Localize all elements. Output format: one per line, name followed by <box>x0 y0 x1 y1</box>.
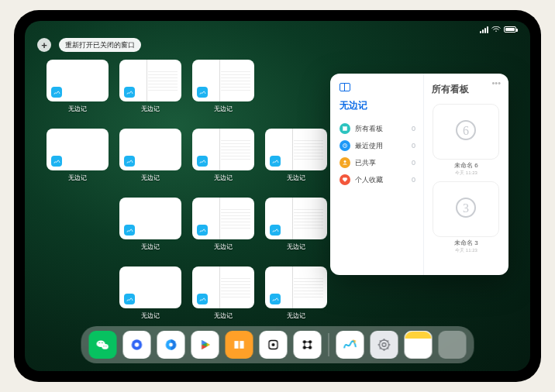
teal-icon <box>340 123 350 134</box>
window-thumbnail[interactable]: 无边记 <box>119 60 181 113</box>
dock-app-folder[interactable] <box>439 331 467 359</box>
signal-icon <box>480 26 488 33</box>
sidebar-item-count: 0 <box>412 176 415 184</box>
dock-app-roll[interactable] <box>260 331 288 359</box>
restore-closed-window-button[interactable]: 重新打开已关闭的窗口 <box>59 38 141 52</box>
freeform-app-icon <box>197 294 208 304</box>
window-thumbnail[interactable]: 无边记 <box>265 129 327 182</box>
window-thumbnail-label: 无边记 <box>214 242 233 251</box>
board-time: 今天 11:23 <box>432 170 501 177</box>
svg-point-2 <box>344 160 346 163</box>
popover-right-title: 所有看板 <box>432 83 501 96</box>
freeform-app-icon <box>197 225 208 236</box>
popover-handle-icon[interactable]: ••• <box>491 78 501 88</box>
window-thumbnail-label: 无边记 <box>214 174 233 182</box>
dock-separator <box>329 333 329 356</box>
svg-point-16 <box>169 343 173 347</box>
freeform-app-icon <box>270 294 281 304</box>
ipad-frame: + 重新打开已关闭的窗口 无边记 无边记 无边记 <box>14 10 541 382</box>
freeform-app-icon <box>124 87 135 98</box>
window-thumbnail[interactable]: 无边记 <box>265 198 327 251</box>
window-thumbnail[interactable]: 无边记 <box>47 129 109 182</box>
window-thumbnail[interactable]: 无边记 <box>119 129 181 182</box>
red-icon <box>340 174 350 185</box>
window-thumbnail[interactable]: 无边记 <box>265 266 327 320</box>
board-time: 今天 11:23 <box>432 247 501 254</box>
window-thumbnail[interactable]: 无边记 <box>192 198 254 251</box>
freeform-app-icon <box>197 156 208 167</box>
battery-icon <box>504 26 516 33</box>
blue-icon <box>340 140 350 151</box>
window-thumbnail-label: 无边记 <box>287 311 305 320</box>
svg-text:3: 3 <box>463 201 469 215</box>
window-thumbnail-label: 无边记 <box>287 242 305 251</box>
board-card[interactable]: 6 未命名 6 今天 11:23 <box>432 104 501 177</box>
dock <box>81 326 474 363</box>
window-thumbnail[interactable]: 无边记 <box>119 266 181 320</box>
svg-point-9 <box>98 342 100 344</box>
window-thumbnail[interactable]: 无边记 <box>192 60 254 113</box>
window-thumbnail-label: 无边记 <box>68 105 87 113</box>
window-thumbnail-label: 无边记 <box>287 174 305 182</box>
sidebar-icon <box>340 83 350 91</box>
sidebar-item-label: 已共享 <box>355 158 412 168</box>
window-grid: 无边记 无边记 无边记 无边记 <box>47 60 326 320</box>
svg-marker-20 <box>207 343 210 347</box>
dock-app-browser1[interactable] <box>123 331 151 359</box>
sidebar-item-red[interactable]: 个人收藏 0 <box>340 171 415 188</box>
svg-text:6: 6 <box>463 124 469 137</box>
freeform-app-icon <box>197 87 208 98</box>
screen: + 重新打开已关闭的窗口 无边记 无边记 无边记 <box>25 21 530 371</box>
freeform-app-icon <box>270 156 281 167</box>
status-right <box>480 26 516 33</box>
board-sketch-icon: 6 <box>450 116 481 147</box>
sidebar-item-count: 0 <box>412 142 415 150</box>
dock-app-freeform[interactable] <box>336 331 364 359</box>
freeform-app-icon <box>124 294 135 304</box>
dock-app-settings[interactable] <box>371 331 398 359</box>
board-card[interactable]: 3 未命名 3 今天 11:23 <box>432 181 501 254</box>
svg-point-14 <box>135 342 140 347</box>
status-bar <box>34 24 521 35</box>
sidebar-item-label: 所有看板 <box>355 124 412 134</box>
sidebar-item-label: 个人收藏 <box>355 175 412 185</box>
board-sketch-icon: 3 <box>450 194 481 225</box>
wifi-icon <box>491 26 501 33</box>
window-thumbnail-label: 无边记 <box>141 174 160 182</box>
window-thumbnail-label: 无边记 <box>141 311 160 320</box>
svg-rect-0 <box>343 127 347 131</box>
svg-point-28 <box>382 343 386 347</box>
svg-point-10 <box>102 342 103 344</box>
svg-point-12 <box>105 346 106 346</box>
sidebar-item-blue[interactable]: 最近使用 0 <box>340 137 415 154</box>
window-thumbnail-label: 无边记 <box>68 174 87 182</box>
dock-app-dots[interactable] <box>294 331 322 359</box>
board-name: 未命名 3 <box>432 239 501 247</box>
dock-app-notes[interactable] <box>405 331 433 359</box>
sidebar-item-amber[interactable]: 已共享 0 <box>340 154 415 171</box>
window-thumbnail[interactable]: 无边记 <box>192 129 254 182</box>
sidebar-item-teal[interactable]: 所有看板 0 <box>340 120 415 137</box>
amber-icon <box>340 157 350 168</box>
board-name: 未命名 6 <box>432 161 501 170</box>
window-thumbnail-label: 无边记 <box>214 311 233 320</box>
window-thumbnail[interactable]: 无边记 <box>47 60 109 113</box>
new-window-button[interactable]: + <box>37 38 51 52</box>
dock-app-books[interactable] <box>226 331 253 359</box>
freeform-app-icon <box>51 87 62 98</box>
freeform-app-icon <box>270 225 281 236</box>
dock-app-browser2[interactable] <box>157 331 185 359</box>
freeform-app-icon <box>124 156 135 167</box>
svg-point-22 <box>272 343 275 346</box>
freeform-app-icon <box>51 156 62 167</box>
sidebar-item-count: 0 <box>412 125 415 132</box>
dock-app-play[interactable] <box>191 331 219 359</box>
sidebar-item-label: 最近使用 <box>355 141 412 151</box>
dock-app-wechat[interactable] <box>89 331 117 359</box>
sidebar-item-count: 0 <box>412 159 415 167</box>
window-thumbnail-label: 无边记 <box>141 105 160 113</box>
window-thumbnail[interactable]: 无边记 <box>119 198 181 251</box>
window-thumbnail[interactable]: 无边记 <box>192 266 254 320</box>
freeform-popover[interactable]: ••• 无边记 所有看板 0 最近使用 0 已共享 0 个人收藏 0 所有看板 <box>330 74 508 275</box>
popover-section-title: 无边记 <box>340 99 415 112</box>
